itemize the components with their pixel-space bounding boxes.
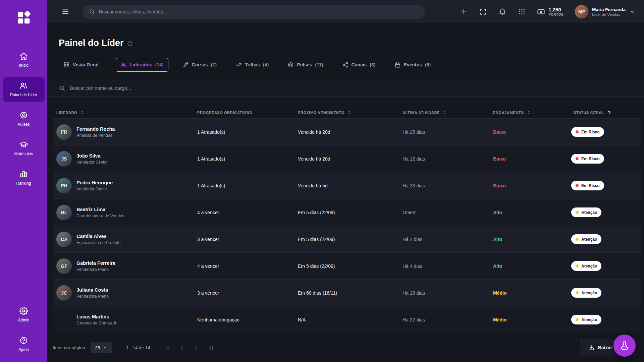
engagement-cell: Baixo: [489, 129, 570, 135]
column-header[interactable]: LIDERADO: [53, 110, 194, 115]
tab-count: (7): [211, 62, 217, 67]
last-activity-cell: Há 22 dias: [399, 317, 489, 322]
sidebar-item-pulses[interactable]: Pulses: [3, 107, 45, 131]
column-label: PRÓXIMO VENCIMENTO: [298, 111, 344, 115]
table-row[interactable]: CA Camila Alves Especialista de Produto …: [53, 226, 641, 252]
page-header: Painel do Líder: [47, 23, 644, 48]
flask-icon: [620, 341, 629, 350]
pagination: [164, 345, 214, 351]
column-header[interactable]: PRÓXIMO VENCIMENTO: [294, 110, 399, 115]
status-cell: Em Risco: [570, 127, 641, 137]
fab-button[interactable]: [613, 335, 636, 357]
status-label: Atenção: [581, 317, 597, 322]
status-badge: Em Risco: [571, 154, 604, 164]
sidebar: Início Painel de Líder Pulses Matrículas…: [0, 0, 47, 362]
last-activity-cell: Ontem: [399, 210, 489, 215]
main-content: Painel do Líder Visão Geral Liderados (1…: [47, 23, 644, 362]
bell-icon[interactable]: [499, 8, 506, 15]
first-page-icon[interactable]: [164, 345, 171, 351]
tab-trilhas[interactable]: Trilhas (4): [231, 58, 273, 72]
person-role: Vendedora Pleno: [76, 267, 115, 272]
person-role: Especialista de Produto: [76, 240, 120, 245]
table-row[interactable]: GF Gabriela Ferreira Vendedora Pleno 4 a…: [53, 252, 641, 279]
avatar: CA: [56, 232, 72, 247]
tab-canais[interactable]: Canais (3): [337, 58, 380, 72]
status-cell: Em Risco: [570, 154, 641, 164]
column-header[interactable]: STATUS GERAL: [570, 110, 641, 115]
column-header[interactable]: ENGAJAMENTO: [489, 110, 570, 115]
engagement-cell: Alto: [489, 210, 570, 215]
sidebar-item-inicio[interactable]: Início: [3, 48, 45, 72]
logo-icon: [16, 10, 32, 25]
person-cell: Lucas Martins Gerente de Contas Jr: [53, 312, 194, 327]
tab-liderados[interactable]: Liderados (14): [116, 58, 168, 72]
status-badge: Em Risco: [571, 127, 604, 137]
sidebar-item-icon: [19, 81, 28, 90]
due-cell: Vencido há 5d: [294, 183, 399, 188]
column-label: ENGAJAMENTO: [493, 111, 524, 115]
chevron-down-icon: [629, 9, 635, 15]
person-name: Lucas Martins: [76, 314, 117, 320]
person-cell: CA Camila Alves Especialista de Produto: [53, 232, 194, 247]
prev-page-icon[interactable]: [179, 345, 185, 351]
global-search[interactable]: [83, 5, 425, 19]
tab-icon: [342, 62, 348, 68]
expand-icon[interactable]: [479, 8, 487, 15]
table-row[interactable]: PH Pedro Henrique Vendedor Júnior 1 Atra…: [53, 172, 641, 199]
search-icon: [89, 9, 95, 15]
tab-eventos[interactable]: Eventos (6): [390, 58, 436, 72]
tab-label: Canais: [352, 62, 367, 67]
tab-icon: [394, 62, 401, 68]
last-activity-cell: Há 4 dias: [399, 263, 489, 269]
status-cell: Atenção: [570, 234, 641, 244]
items-per-page-select[interactable]: 25: [91, 342, 112, 353]
tab-icon: [63, 62, 70, 68]
tab-label: Eventos: [404, 62, 422, 67]
app-logo[interactable]: [0, 0, 47, 36]
column-header[interactable]: ÚLTIMA ATIVIDADE: [399, 110, 489, 115]
sidebar-item-admin[interactable]: Admin: [3, 302, 45, 327]
sidebar-item-ranking[interactable]: Ranking: [3, 166, 45, 190]
sidebar-nav-bottom: Admin Ajuda: [0, 300, 47, 362]
status-dot: [576, 264, 579, 267]
next-page-icon[interactable]: [193, 345, 200, 351]
user-menu[interactable]: MF Maria Fernanda Líder de Vendas: [575, 5, 635, 18]
tab-visao-geral[interactable]: Visão Geral: [59, 58, 106, 72]
table-search[interactable]: [47, 80, 644, 97]
apps-icon[interactable]: [518, 8, 526, 15]
tab-count: (6): [425, 62, 431, 67]
column-header[interactable]: PROGRESSO OBRIGATÓRIO: [194, 111, 294, 115]
progress-cell: 1 Atrasado(s): [194, 183, 294, 188]
table-row[interactable]: JC Juliana Costa Vendedora Pleno 3 a ven…: [53, 279, 641, 306]
points-label: PONTOS: [548, 13, 564, 16]
table-row[interactable]: Lucas Martins Gerente de Contas Jr Nenhu…: [53, 306, 641, 333]
tab-pulses[interactable]: Pulses (11): [283, 58, 328, 72]
global-search-input[interactable]: [99, 9, 419, 14]
status-badge: Atenção: [571, 315, 601, 324]
sidebar-item-ajuda[interactable]: Ajuda: [3, 332, 45, 357]
table-row[interactable]: FR Fernando Rocha Analista de Vendas 1 A…: [53, 118, 641, 145]
last-activity-cell: Há 2 dias: [399, 237, 489, 242]
table-search-input[interactable]: [70, 85, 634, 91]
due-cell: Em 60 dias (16/11): [294, 290, 399, 296]
plus-icon[interactable]: [460, 8, 467, 15]
person-name: Camila Alves: [76, 233, 120, 240]
menu-icon[interactable]: [61, 8, 69, 16]
tab-icon: [287, 62, 294, 68]
tab-cursos[interactable]: Cursos (7): [178, 58, 221, 72]
tab-count: (11): [315, 62, 323, 67]
status-cell: Atenção: [570, 315, 641, 324]
last-page-icon[interactable]: [208, 345, 214, 351]
status-label: Em Risco: [581, 157, 600, 161]
person-role: Vendedor Sênior: [76, 160, 108, 165]
info-icon[interactable]: [127, 41, 133, 47]
status-dot: [576, 291, 579, 294]
sidebar-item-painel-de-lider[interactable]: Painel de Líder: [3, 77, 45, 102]
table-row[interactable]: JS João Silva Vendedor Sênior 1 Atrasado…: [53, 145, 641, 172]
person-role: Vendedora Pleno: [76, 294, 109, 299]
tabs-bar: Visão Geral Liderados (14) Cursos (7) Tr…: [47, 58, 644, 72]
sidebar-item-matriculas[interactable]: Matrículas: [3, 136, 45, 161]
last-activity-cell: Há 12 dias: [399, 156, 489, 162]
last-activity-cell: Há 18 dias: [399, 290, 489, 296]
table-row[interactable]: BL Beatriz Lima Coordenadora de Vendas 4…: [53, 199, 641, 226]
